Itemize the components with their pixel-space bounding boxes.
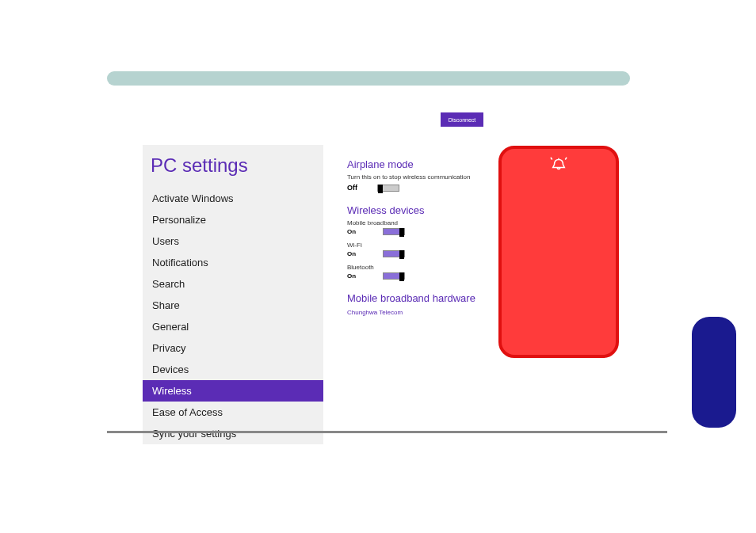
- toggle-handle: [399, 272, 404, 281]
- bluetooth-toggle[interactable]: [383, 272, 405, 280]
- bell-icon: [548, 155, 569, 173]
- mobile-hardware-title: Mobile broadband hardware: [347, 292, 506, 304]
- content-panel: Airplane mode Turn this on to stop wirel…: [347, 158, 506, 329]
- wifi-toggle[interactable]: [383, 250, 405, 257]
- sidebar-item-wireless[interactable]: Wireless: [143, 380, 323, 402]
- sidebar-item-general[interactable]: General: [143, 316, 323, 337]
- sidebar-item-search[interactable]: Search: [143, 273, 323, 295]
- airplane-mode-desc: Turn this on to stop wireless communicat…: [347, 173, 506, 181]
- top-decorative-bar: [107, 71, 630, 86]
- device-state: On: [347, 228, 359, 235]
- device-name: Mobile broadband: [347, 219, 506, 227]
- device-name: Bluetooth: [347, 264, 506, 271]
- airplane-mode-toggle-row: Off: [347, 184, 506, 192]
- sidebar-item-activate-windows[interactable]: Activate Windows: [143, 188, 323, 209]
- device-wifi: Wi-Fi On: [347, 242, 506, 257]
- mobile-broadband-toggle[interactable]: [383, 228, 405, 235]
- sidebar-item-users[interactable]: Users: [143, 230, 323, 252]
- airplane-mode-section: Airplane mode Turn this on to stop wirel…: [347, 158, 506, 192]
- sidebar-item-personalize[interactable]: Personalize: [143, 209, 323, 230]
- sidebar-item-share[interactable]: Share: [143, 295, 323, 316]
- sidebar: PC settings Activate Windows Personalize…: [143, 145, 323, 444]
- alert-panel: [498, 146, 619, 358]
- airplane-mode-toggle[interactable]: [377, 185, 399, 192]
- sidebar-item-devices[interactable]: Devices: [143, 359, 323, 380]
- sidebar-item-sync-settings[interactable]: Sync your settings: [143, 423, 323, 444]
- sidebar-item-ease-of-access[interactable]: Ease of Access: [143, 402, 323, 423]
- wireless-devices-section: Wireless devices Mobile broadband On Wi-…: [347, 204, 506, 280]
- toggle-handle: [399, 250, 404, 259]
- device-name: Wi-Fi: [347, 242, 506, 249]
- sidebar-item-privacy[interactable]: Privacy: [143, 337, 323, 359]
- airplane-mode-state: Off: [347, 184, 363, 192]
- airplane-mode-title: Airplane mode: [347, 158, 506, 170]
- disconnect-button[interactable]: Disconnect: [442, 114, 482, 125]
- wireless-devices-title: Wireless devices: [347, 204, 506, 216]
- device-bluetooth: Bluetooth On: [347, 264, 506, 280]
- bottom-divider: [107, 431, 667, 433]
- device-mobile-broadband: Mobile broadband On: [347, 219, 506, 235]
- mobile-provider-link[interactable]: Chunghwa Telecom: [347, 309, 506, 316]
- side-pill: [692, 317, 736, 428]
- sidebar-title: PC settings: [143, 145, 323, 188]
- toggle-handle: [399, 228, 404, 237]
- sidebar-item-notifications[interactable]: Notifications: [143, 252, 323, 273]
- mobile-hardware-section: Mobile broadband hardware Chunghwa Telec…: [347, 292, 506, 316]
- device-state: On: [347, 272, 359, 280]
- device-state: On: [347, 250, 359, 257]
- toggle-handle: [378, 185, 383, 193]
